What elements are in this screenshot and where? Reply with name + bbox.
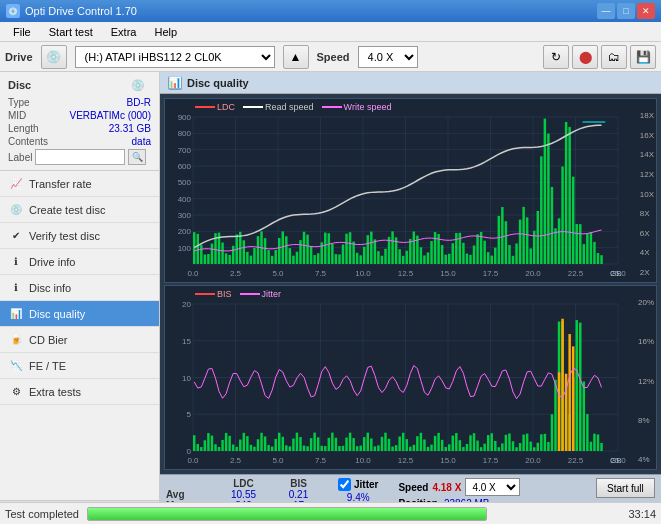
label-label: Label [8,152,32,163]
status-text: Test completed [5,508,79,520]
speed-label: Speed [317,51,350,63]
nav-transfer-rate[interactable]: 📈 Transfer rate [0,171,159,197]
length-label: Length [8,123,39,134]
jitter-checkbox[interactable] [338,478,351,491]
disc-quality-icon: 📊 [8,306,24,322]
menu-file[interactable]: File [5,23,39,41]
jitter-header: Jitter [338,478,378,491]
dq-title: Disc quality [187,77,249,89]
window-controls: — □ ✕ [597,3,655,19]
charts-area: LDC Read speed Write speed 18X16X14X12X1… [160,94,661,474]
disc-icon[interactable]: ⬤ [572,45,598,69]
minimize-button[interactable]: — [597,3,615,19]
jitter-header-label: Jitter [354,479,378,490]
disc-panel: Disc 💿 Type BD-R MID VERBATIMc (000) Len… [0,72,159,171]
progress-bar-bg [87,507,487,521]
avg-row-label: Avg [166,489,216,500]
type-label: Type [8,97,30,108]
ldc-col-header: LDC [216,478,271,489]
disc-panel-icon: 💿 [131,77,151,93]
mid-label: MID [8,110,26,121]
ldc-right-axis: 18X16X14X12X10X8X6X4X2X [640,99,654,282]
menu-extra[interactable]: Extra [103,23,145,41]
disc-quality-header: 📊 Disc quality [160,72,661,94]
label-browse-button[interactable]: 🔍 [128,149,146,165]
ldc-avg-value: 10.55 [216,489,271,500]
jitter-legend-label: Jitter [262,289,282,299]
nav-cd-bier[interactable]: 🍺 CD Bier [0,327,159,353]
drive-bar: Drive 💿 (H:) ATAPI iHBS112 2 CL0K ▲ Spee… [0,42,661,72]
drive-select[interactable]: (H:) ATAPI iHBS112 2 CL0K [75,46,275,68]
main-area: Disc 💿 Type BD-R MID VERBATIMc (000) Len… [0,72,661,524]
speed-header-row: Speed 4.18 X 4.0 X [398,478,520,496]
speed-select[interactable]: 4.0 X [358,46,418,68]
write-speed-legend-label: Write speed [344,102,392,112]
speed-header-label: Speed [398,482,428,493]
disc-info-icon: ℹ [8,280,24,296]
status-time: 33:14 [628,508,656,520]
maximize-button[interactable]: □ [617,3,635,19]
length-value: 23.31 GB [109,123,151,134]
menu-bar: File Start test Extra Help [0,22,661,42]
mid-value: VERBATIMc (000) [70,110,152,121]
nav-drive-info[interactable]: ℹ Drive info [0,249,159,275]
title-bar: 💿 Opti Drive Control 1.70 — □ ✕ [0,0,661,22]
contents-label: Contents [8,136,48,147]
create-disc-icon: 💿 [8,202,24,218]
folder-icon[interactable]: 🗂 [601,45,627,69]
refresh-icon[interactable]: ↻ [543,45,569,69]
cd-bier-icon: 🍺 [8,332,24,348]
app-title: Opti Drive Control 1.70 [25,5,137,17]
menu-start-test[interactable]: Start test [41,23,101,41]
bis-right-axis: 20%16%12%8%4% [638,286,654,469]
nav-disc-info[interactable]: ℹ Disc info [0,275,159,301]
disc-title: Disc [8,79,31,91]
progress-fill [88,508,486,520]
ldc-legend-label: LDC [217,102,235,112]
bis-col-header: BIS [271,478,326,489]
dq-icon: 📊 [168,76,182,90]
progress-container [87,507,487,521]
drive-action-icon[interactable]: ▲ [283,45,309,69]
nav-list: 📈 Transfer rate 💿 Create test disc ✔ Ver… [0,171,159,500]
contents-value: data [132,136,151,147]
bis-legend: BIS Jitter [195,289,281,299]
ldc-legend: LDC Read speed Write speed [195,102,391,112]
ldc-canvas [165,99,638,282]
save-icon[interactable]: 💾 [630,45,656,69]
status-bar: Test completed 33:14 [0,502,661,524]
nav-fe-te[interactable]: 📉 FE / TE [0,353,159,379]
bis-canvas [165,286,638,469]
extra-tests-icon: ⚙ [8,384,24,400]
sidebar: Disc 💿 Type BD-R MID VERBATIMc (000) Len… [0,72,160,524]
speed-avg-display: 4.18 X [432,482,461,493]
nav-disc-quality[interactable]: 📊 Disc quality [0,301,159,327]
bis-legend-label: BIS [217,289,232,299]
bis-avg-value: 0.21 [271,489,326,500]
bis-chart: BIS Jitter 20%16%12%8%4% [164,285,657,470]
close-button[interactable]: ✕ [637,3,655,19]
drive-eject-icon[interactable]: 💿 [41,45,67,69]
nav-verify-test-disc[interactable]: ✔ Verify test disc [0,223,159,249]
nav-extra-tests[interactable]: ⚙ Extra tests [0,379,159,405]
start-full-button[interactable]: Start full [596,478,655,498]
label-input[interactable] [35,149,125,165]
app-icon: 💿 [6,4,20,18]
nav-create-test-disc[interactable]: 💿 Create test disc [0,197,159,223]
read-speed-legend-label: Read speed [265,102,314,112]
fe-te-icon: 📉 [8,358,24,374]
ldc-chart: LDC Read speed Write speed 18X16X14X12X1… [164,98,657,283]
menu-help[interactable]: Help [146,23,185,41]
verify-disc-icon: ✔ [8,228,24,244]
transfer-rate-icon: 📈 [8,176,24,192]
drive-info-icon: ℹ [8,254,24,270]
speed-dropdown[interactable]: 4.0 X [465,478,520,496]
content-area: 📊 Disc quality LDC Read speed Write spee… [160,72,661,524]
drive-label: Drive [5,51,33,63]
type-value: BD-R [127,97,151,108]
